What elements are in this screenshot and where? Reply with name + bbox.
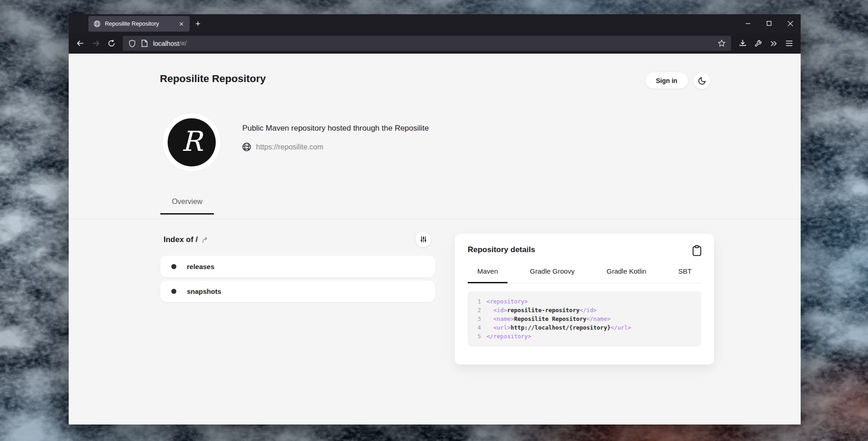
list-item-releases[interactable]: releases (160, 256, 435, 277)
code-line: 5 </repository> (472, 332, 696, 341)
build-tool-tabs: Maven Gradle Groovy Gradle Kotlin SBT (468, 263, 701, 283)
index-heading-row: Index of / (164, 235, 208, 244)
page-content: Reposilite Repository Sign in R Public M… (69, 54, 801, 424)
clipboard-copy-icon[interactable] (692, 245, 702, 256)
code-token: http://localhost/{repository} (511, 323, 611, 332)
code-token: reposilite-repository (507, 306, 579, 314)
line-number: 3 (472, 314, 481, 323)
overflow-chevrons-icon[interactable] (766, 36, 781, 51)
tab-sbt[interactable]: SBT (669, 263, 701, 283)
sign-in-button[interactable]: Sign in (645, 72, 688, 88)
forward-button[interactable] (88, 36, 104, 51)
hamburger-menu-icon[interactable] (781, 36, 797, 51)
tab-overview[interactable]: Overview (160, 198, 214, 215)
entry-label: snapshots (187, 287, 221, 295)
code-token: </url> (611, 323, 631, 332)
line-number: 2 (472, 306, 481, 314)
browser-window: Reposilite Repository ✕ + (69, 14, 801, 424)
code-token: </name> (586, 314, 611, 323)
index-heading: Index of / (164, 235, 198, 244)
browser-nav-bar: localhost/#/ (69, 33, 801, 54)
globe-favicon-icon (93, 20, 101, 28)
list-item-snapshots[interactable]: snapshots (160, 281, 435, 302)
code-token: <repository> (486, 297, 528, 306)
tab-gradle-kotlin[interactable]: Gradle Kotlin (597, 263, 656, 283)
bookmark-star-icon[interactable] (718, 39, 726, 47)
code-token: <name> (486, 314, 514, 323)
tab-gradle-groovy[interactable]: Gradle Groovy (520, 263, 584, 283)
new-tab-button[interactable]: + (190, 16, 206, 32)
line-number: 1 (472, 297, 481, 306)
wrench-tools-icon[interactable] (750, 36, 766, 51)
page-title: Reposilite Repository (160, 73, 266, 85)
moon-icon (698, 77, 706, 85)
address-bar[interactable]: localhost/#/ (123, 36, 731, 51)
tab-close-icon[interactable]: ✕ (177, 19, 186, 28)
repository-bullet-icon (171, 289, 176, 294)
url-path: /#/ (179, 40, 186, 47)
code-token: <id> (486, 306, 507, 314)
code-token: </id> (579, 306, 597, 314)
code-token: <url> (486, 323, 511, 332)
window-controls (737, 14, 801, 33)
tab-title: Reposilite Repository (105, 21, 173, 27)
code-snippet[interactable]: 1 <repository> 2 <id>reposilite-reposito… (468, 291, 701, 347)
up-directory-arrow-icon[interactable] (202, 237, 208, 243)
line-number: 4 (472, 323, 481, 332)
tab-maven[interactable]: Maven (468, 263, 508, 283)
code-line: 4 <url>http://localhost/{repository}</ur… (472, 323, 696, 332)
minimize-button[interactable] (737, 14, 759, 33)
dark-mode-toggle[interactable] (693, 72, 710, 89)
globe-icon (242, 142, 251, 152)
url-text: localhost/#/ (153, 40, 186, 47)
shield-icon[interactable] (128, 39, 136, 48)
avatar-letter: R (168, 118, 216, 166)
section-divider (69, 219, 801, 219)
browser-tab[interactable]: Reposilite Repository ✕ (88, 16, 190, 32)
maximize-button[interactable] (759, 14, 780, 33)
close-window-button[interactable] (780, 14, 801, 33)
line-number: 5 (472, 332, 481, 341)
downloads-icon[interactable] (735, 36, 750, 51)
repository-bullet-icon (171, 264, 176, 269)
website-link[interactable]: https://reposilite.com (256, 143, 323, 151)
filter-button[interactable] (415, 232, 431, 247)
code-line: 3 <name>Reposilite Repository</name> (472, 314, 696, 323)
code-token: </repository> (486, 332, 531, 341)
website-row: https://reposilite.com (242, 142, 323, 152)
entry-label: releases (187, 263, 214, 270)
card-header: Repository details (455, 234, 714, 256)
back-button[interactable] (72, 36, 88, 51)
card-title: Repository details (468, 245, 535, 254)
repository-details-card: Repository details Maven Gradle Groovy G… (455, 234, 714, 364)
url-host: localhost (153, 40, 179, 47)
reload-button[interactable] (104, 36, 119, 51)
code-line: 2 <id>reposilite-repository</id> (472, 306, 696, 314)
code-line: 1 <repository> (472, 297, 696, 306)
page-info-icon[interactable] (141, 39, 148, 47)
sliders-icon (420, 236, 427, 243)
code-token: Reposilite Repository (514, 314, 586, 323)
browser-tab-bar: Reposilite Repository ✕ + (69, 14, 801, 33)
repository-avatar: R (162, 113, 221, 172)
repository-description: Public Maven repository hosted through t… (242, 124, 429, 133)
